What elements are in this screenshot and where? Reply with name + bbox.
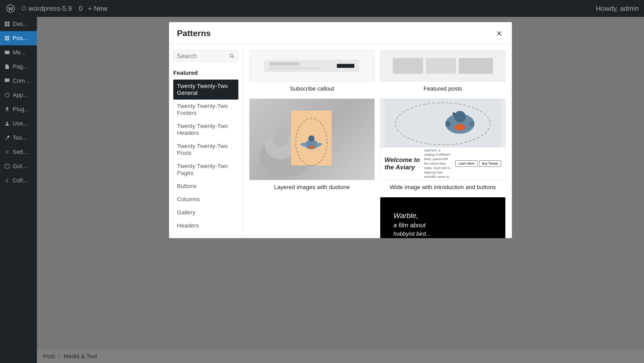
sidebar-item-comments[interactable]: Com... — [0, 74, 37, 88]
layered-bg — [249, 99, 374, 180]
sidebar-item-label: Pag... — [13, 63, 28, 70]
nav-item-twenty-two-pages[interactable]: Twenty Twenty-Two Pages — [173, 160, 238, 180]
sidebar-item-posts[interactable]: Pos... — [0, 31, 37, 45]
new-content-button[interactable]: + New — [88, 4, 107, 13]
pattern-preview-featured-posts[interactable] — [380, 50, 506, 82]
site-name[interactable]: wordpress-5.9 — [21, 4, 72, 13]
svg-point-20 — [273, 131, 289, 147]
pattern-preview-layered[interactable] — [249, 99, 375, 180]
pattern-label-layered: Layered images with duotone — [249, 183, 375, 192]
patterns-content-area: Subscribe callout Feature — [243, 45, 512, 238]
user-greeting: Howdy, admin — [596, 4, 639, 13]
svg-rect-13 — [270, 67, 320, 70]
modal-close-button[interactable] — [494, 29, 504, 38]
pattern-preview-dark[interactable]: Warble, a film about hobbyist bird... — [380, 197, 506, 238]
svg-rect-5 — [7, 24, 9, 26]
nav-item-columns[interactable]: Columns — [173, 193, 238, 206]
section-label-featured: Featured — [173, 68, 238, 77]
wp-logo[interactable]: W — [5, 3, 16, 14]
nav-item-gallery[interactable]: Gallery — [173, 206, 238, 219]
sidebar-item-users[interactable]: Use... — [0, 116, 37, 131]
modal-overlay: Patterns Featured Twenty Twenty-Two Gen — [37, 17, 644, 363]
svg-point-23 — [308, 135, 315, 142]
sidebar-item-label: Coll... — [13, 177, 27, 184]
svg-rect-2 — [5, 22, 7, 24]
search-box[interactable] — [173, 50, 238, 62]
buy-tickets-button[interactable]: Buy Tickets — [479, 160, 501, 167]
sidebar-item-label: App... — [13, 92, 28, 99]
sidebar-item-settings[interactable]: Sett... — [0, 145, 37, 159]
sidebar-item-label: Sett... — [13, 149, 28, 155]
nav-item-headers[interactable]: Headers — [173, 219, 238, 232]
comments-link[interactable]: 0 — [77, 4, 83, 13]
nav-item-buttons[interactable]: Buttons — [173, 180, 238, 193]
pattern-card-subscribe: Subscribe callout — [249, 50, 375, 93]
patterns-modal: Patterns Featured Twenty Twenty-Two Gen — [169, 22, 512, 238]
admin-bar: W wordpress-5.9 0 + New Howdy, admin — [0, 0, 644, 17]
pattern-preview-wide[interactable]: Welcome tothe Aviary A film about hobbyi… — [380, 99, 506, 180]
pattern-preview-subscribe[interactable] — [249, 50, 375, 82]
pattern-card-layered: Layered images with duotone — [249, 99, 375, 192]
svg-text:Warble,: Warble, — [393, 212, 419, 220]
sidebar-item-label: Use... — [13, 120, 28, 127]
search-icon — [229, 53, 235, 59]
svg-rect-3 — [7, 22, 9, 24]
svg-point-24 — [309, 146, 314, 149]
svg-rect-16 — [426, 58, 456, 74]
sidebar-item-media[interactable]: Me... — [0, 45, 37, 60]
sidebar-item-label: Plug... — [13, 106, 29, 113]
svg-rect-4 — [5, 24, 7, 26]
sidebar-item-plugins[interactable]: Plug... — [0, 102, 37, 116]
sidebar-item-collapse[interactable]: Coll... — [0, 173, 37, 188]
modal-header: Patterns — [169, 22, 512, 45]
sidebar-item-pages[interactable]: Pag... — [0, 60, 37, 74]
svg-text:hobbyist bird...: hobbyist bird... — [393, 230, 431, 237]
svg-point-30 — [455, 124, 465, 130]
svg-rect-9 — [5, 164, 9, 168]
nav-item-twenty-two-posts[interactable]: Twenty Twenty-Two Posts — [173, 140, 238, 160]
svg-point-6 — [5, 93, 9, 97]
svg-point-8 — [7, 151, 8, 153]
sidebar-item-dashboard[interactable]: Das... — [0, 17, 37, 31]
svg-text:W: W — [8, 6, 13, 12]
nav-item-twenty-two-headers[interactable]: Twenty Twenty-Two Headers — [173, 120, 238, 140]
admin-sidebar: Das... Pos... Me... Pag... Com... App...… — [0, 17, 37, 363]
sidebar-item-label: Me... — [13, 49, 26, 56]
svg-text:a film about: a film about — [393, 222, 426, 229]
sidebar-item-appearance[interactable]: App... — [0, 88, 37, 102]
sidebar-item-label: Pos... — [13, 35, 27, 42]
sidebar-item-label: Gut... — [13, 163, 27, 170]
svg-point-29 — [454, 111, 466, 122]
aviary-title: Welcome tothe Aviary — [385, 156, 420, 171]
pattern-grid: Subscribe callout Feature — [249, 50, 506, 238]
search-input[interactable] — [177, 52, 227, 60]
pattern-card-featured-posts: Featured posts — [380, 50, 506, 93]
sidebar-item-label: Das... — [13, 21, 28, 27]
svg-point-7 — [6, 122, 8, 124]
patterns-sidebar: Featured Twenty Twenty-Two General Twent… — [169, 45, 243, 238]
sidebar-item-label: Too... — [13, 134, 27, 141]
aviary-top — [380, 99, 505, 148]
pattern-label-featured-posts: Featured posts — [380, 84, 506, 93]
aviary-buttons: Learn More Buy Tickets — [455, 160, 501, 167]
learn-more-button[interactable]: Learn More — [455, 160, 477, 167]
modal-body: Featured Twenty Twenty-Two General Twent… — [169, 45, 512, 238]
nav-item-twenty-two-footers[interactable]: Twenty Twenty-Two Footers — [173, 100, 238, 120]
svg-rect-14 — [337, 64, 354, 68]
svg-rect-15 — [393, 58, 423, 74]
pattern-label-subscribe: Subscribe callout — [249, 84, 375, 93]
modal-title: Patterns — [177, 28, 211, 38]
aviary-bottom: Welcome tothe Aviary A film about hobbyi… — [380, 148, 505, 180]
nav-item-twenty-two-general[interactable]: Twenty Twenty-Two General — [173, 80, 238, 100]
svg-rect-17 — [459, 58, 493, 74]
main-content: Patterns Featured Twenty Twenty-Two Gen — [37, 17, 644, 363]
sidebar-item-gutenberg[interactable]: Gut... — [0, 159, 37, 173]
sidebar-item-label: Com... — [13, 77, 30, 84]
pattern-card-dark: Warble, a film about hobbyist bird... — [380, 197, 506, 238]
svg-rect-12 — [270, 62, 300, 66]
svg-rect-26 — [385, 99, 501, 148]
sidebar-item-tools[interactable]: Too... — [0, 131, 37, 145]
pattern-card-wide: Welcome tothe Aviary A film about hobbyi… — [380, 99, 506, 192]
pattern-label-wide: Wide image with introduction and buttons — [380, 183, 506, 192]
